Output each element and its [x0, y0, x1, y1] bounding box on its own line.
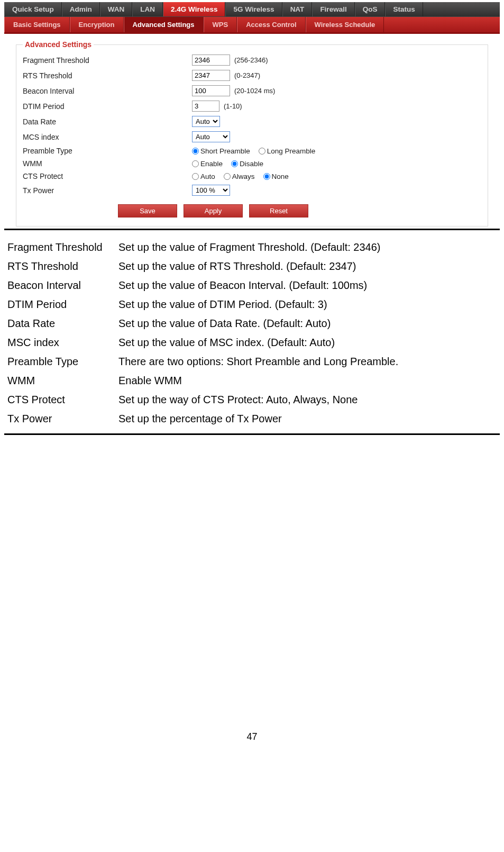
wmm-enable-label: Enable: [200, 160, 223, 168]
tab-5g-wireless[interactable]: 5G Wireless: [225, 2, 282, 16]
desc-key: Preamble Type: [4, 352, 115, 371]
tab-lan[interactable]: LAN: [132, 2, 163, 16]
datarate-select[interactable]: Auto: [192, 116, 220, 127]
fragment-hint: (256-2346): [234, 56, 268, 64]
tab-quick-setup[interactable]: Quick Setup: [4, 2, 62, 16]
preamble-short-label: Short Preamble: [200, 147, 250, 155]
desc-key: WMM: [4, 371, 115, 390]
tab-wan[interactable]: WAN: [100, 2, 133, 16]
rts-hint: (0-2347): [234, 71, 260, 79]
main-nav: Quick Setup Admin WAN LAN 2.4G Wireless …: [4, 2, 500, 17]
dtim-hint: (1-10): [224, 102, 242, 110]
cts-auto-label: Auto: [200, 173, 215, 180]
subtab-advanced-settings[interactable]: Advanced Settings: [124, 17, 204, 32]
desc-val: Set up the value of Fragment Threshold. …: [115, 238, 500, 257]
subtab-encryption[interactable]: Encryption: [70, 17, 124, 32]
subtab-access-control[interactable]: Access Control: [237, 17, 305, 32]
desc-key: RTS Threshold: [4, 257, 115, 276]
subtab-wps[interactable]: WPS: [204, 17, 237, 32]
advanced-settings-panel: Advanced Settings Fragment Threshold (25…: [16, 44, 488, 226]
datarate-label: Data Rate: [23, 117, 192, 126]
desc-key: Tx Power: [4, 409, 115, 428]
divider-bottom: [4, 433, 500, 435]
mcs-label: MCS index: [23, 133, 192, 141]
desc-val: Set up the way of CTS Protect: Auto, Alw…: [115, 390, 500, 409]
divider-top: [4, 229, 500, 230]
desc-val: Set up the value of Beacon Interval. (De…: [115, 276, 500, 295]
tab-24g-wireless[interactable]: 2.4G Wireless: [163, 2, 225, 16]
desc-val: Set up the percentage of Tx Power: [115, 409, 500, 428]
desc-val: Set up the value of Data Rate. (Default:…: [115, 314, 500, 333]
cts-always-label: Always: [232, 173, 255, 180]
desc-val: Set up the value of DTIM Period. (Defaul…: [115, 295, 500, 314]
beacon-input[interactable]: [192, 85, 230, 96]
txpower-select[interactable]: 100 %: [192, 185, 230, 196]
wmm-disable-radio[interactable]: [231, 160, 238, 167]
mcs-select[interactable]: Auto: [192, 131, 230, 142]
beacon-hint: (20-1024 ms): [234, 87, 275, 95]
preamble-short-radio[interactable]: [192, 148, 199, 155]
dtim-input[interactable]: [192, 101, 219, 112]
cts-always-radio[interactable]: [224, 173, 231, 180]
sub-nav: Basic Settings Encryption Advanced Setti…: [4, 17, 500, 34]
desc-key: Fragment Threshold: [4, 238, 115, 257]
desc-val: There are two options: Short Preamble an…: [115, 352, 500, 371]
desc-val: Enable WMM: [115, 371, 500, 390]
fragment-input[interactable]: [192, 55, 230, 66]
desc-val: Set up the value of RTS Threshold. (Defa…: [115, 257, 500, 276]
fragment-label: Fragment Threshold: [23, 56, 192, 65]
page-number: 47: [0, 731, 504, 753]
tab-nat[interactable]: NAT: [282, 2, 313, 16]
dtim-label: DTIM Period: [23, 102, 192, 111]
tab-admin[interactable]: Admin: [62, 2, 100, 16]
preamble-long-label: Long Preamble: [267, 147, 316, 155]
subtab-wireless-schedule[interactable]: Wireless Schedule: [306, 17, 384, 32]
desc-key: MSC index: [4, 333, 115, 352]
cts-none-radio[interactable]: [263, 173, 270, 180]
desc-key: CTS Protect: [4, 390, 115, 409]
cts-none-label: None: [272, 173, 289, 180]
wmm-disable-label: Disable: [240, 160, 263, 168]
cts-label: CTS Protect: [23, 172, 192, 180]
rts-label: RTS Threshold: [23, 71, 192, 80]
tab-firewall[interactable]: Firewall: [312, 2, 354, 16]
reset-button[interactable]: Reset: [249, 204, 308, 217]
apply-button[interactable]: Apply: [184, 204, 243, 217]
desc-key: Data Rate: [4, 314, 115, 333]
description-table: Fragment ThresholdSet up the value of Fr…: [4, 238, 500, 428]
panel-legend: Advanced Settings: [23, 40, 94, 49]
tab-status[interactable]: Status: [385, 2, 423, 16]
preamble-label: Preamble Type: [23, 147, 192, 155]
desc-key: DTIM Period: [4, 295, 115, 314]
cts-auto-radio[interactable]: [192, 173, 199, 180]
desc-key: Beacon Interval: [4, 276, 115, 295]
txpower-label: Tx Power: [23, 186, 192, 195]
save-button[interactable]: Save: [118, 204, 177, 217]
beacon-label: Beacon Interval: [23, 87, 192, 95]
preamble-long-radio[interactable]: [259, 148, 265, 155]
wmm-enable-radio[interactable]: [192, 160, 199, 167]
rts-input[interactable]: [192, 70, 230, 81]
tab-qos[interactable]: QoS: [355, 2, 386, 16]
desc-val: Set up the value of MSC index. (Default:…: [115, 333, 500, 352]
subtab-basic-settings[interactable]: Basic Settings: [4, 17, 70, 32]
wmm-label: WMM: [23, 159, 192, 168]
